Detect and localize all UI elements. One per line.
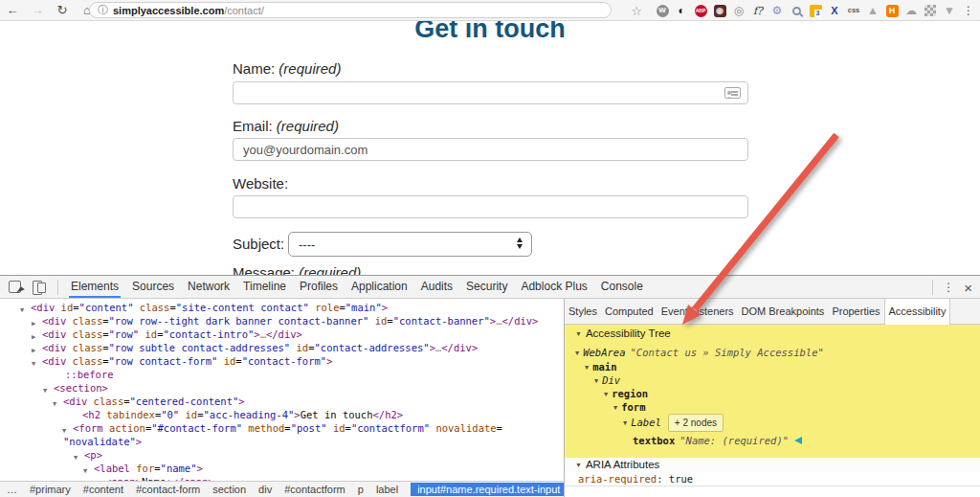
back-icon[interactable]: ←: [0, 3, 25, 17]
a11y-node-webarea[interactable]: ▼WebArea"Contact us » Simply Accessible": [575, 346, 824, 360]
css-icon[interactable]: css: [846, 3, 861, 18]
forward-icon[interactable]: →: [25, 3, 50, 17]
devtools-tab-network[interactable]: Network: [181, 276, 236, 298]
a11y-node-main[interactable]: ▼main: [585, 360, 617, 374]
breadcrumb-item[interactable]: #primary: [30, 484, 71, 495]
devtools-close-icon[interactable]: ×: [964, 280, 972, 296]
cloud-icon[interactable]: ☁: [903, 3, 919, 18]
breadcrumb-item[interactable]: #contact-form: [136, 484, 200, 495]
sidebar-tab-styles[interactable]: Styles: [565, 299, 601, 325]
elements-tree-row[interactable]: "novalidate">: [63, 435, 142, 448]
browser-menu-icon[interactable]: ⋮: [961, 4, 976, 17]
wappalyzer-icon[interactable]: W: [655, 3, 670, 18]
chevron-down-icon[interactable]: ▼: [613, 401, 617, 416]
chevron-down-icon: ▼: [575, 458, 582, 472]
breadcrumb-item[interactable]: section: [212, 484, 246, 495]
dropdown-icon[interactable]: ▼: [942, 3, 957, 18]
magnifier-icon[interactable]: [789, 3, 804, 18]
elements-tree-row[interactable]: ▼<div id="content" class="site-content c…: [31, 301, 388, 314]
devtools-tab-adblock-plus[interactable]: Adblock Plus: [514, 276, 593, 298]
disclosure-triangle-icon[interactable]: ▼: [83, 464, 87, 478]
a11y-node-label[interactable]: ▼Label+ 2 nodes: [623, 414, 724, 428]
disclosure-triangle-icon[interactable]: ▼: [32, 357, 35, 371]
elements-tree-row[interactable]: ▶<div class="row subtle contact-addresse…: [42, 341, 478, 354]
expand-nodes-badge[interactable]: + 2 nodes: [668, 414, 724, 432]
elements-tree-row[interactable]: ▶<div class="row" id="contact-intro">…</…: [42, 328, 302, 341]
devtools-tab-audits[interactable]: Audits: [414, 276, 459, 298]
qr-icon[interactable]: [923, 3, 938, 18]
chevron-down-icon[interactable]: ▼: [575, 347, 579, 361]
devtools-tab-console[interactable]: Console: [594, 276, 650, 298]
disclosure-triangle-icon[interactable]: ▼: [74, 451, 78, 464]
breadcrumb-item-selected[interactable]: input#name.required.text-input: [411, 483, 567, 496]
screen-capture-icon[interactable]: ◉: [712, 3, 727, 18]
inspect-element-icon[interactable]: [9, 281, 21, 293]
elements-tree-row[interactable]: ▼<div class="row contact-form" id="conta…: [42, 354, 333, 368]
chevron-down-icon[interactable]: ▼: [585, 361, 589, 375]
breadcrumb-item[interactable]: p: [358, 484, 364, 495]
disclosure-triangle-icon[interactable]: ▼: [20, 304, 24, 317]
chevron-down-icon[interactable]: ▼: [594, 374, 598, 389]
sidebar-tab-dom-breakpoints[interactable]: DOM Breakpoints: [738, 299, 829, 325]
elements-tree-row[interactable]: ▶<div class="row row--tight dark banner …: [42, 314, 538, 328]
adblock-plus-icon[interactable]: ABP: [693, 3, 708, 18]
breadcrumb-item[interactable]: …: [7, 484, 17, 495]
gear-icon[interactable]: ⚙: [769, 3, 785, 18]
sidebar-tab-properties[interactable]: Properties: [828, 299, 883, 325]
reload-icon[interactable]: ↻: [50, 3, 75, 17]
adblock-plus-icon-glyph: ABP: [695, 5, 707, 17]
a11y-node-textbox[interactable]: textbox"Name: (required)": [633, 434, 802, 448]
subject-select[interactable]: ----: [288, 232, 532, 257]
disclosure-triangle-icon[interactable]: ▼: [43, 384, 47, 397]
autofill-contact-icon[interactable]: [724, 87, 741, 99]
a11y-node-form[interactable]: ▼form: [613, 400, 646, 415]
h-icon[interactable]: H: [884, 3, 900, 18]
elements-tree-row[interactable]: ▼<label for="name">: [94, 462, 203, 475]
devtools-tab-application[interactable]: Application: [345, 276, 414, 298]
breadcrumb-item[interactable]: #contactform: [284, 484, 345, 495]
contrast-icon-glyph: ◐: [678, 5, 684, 16]
elements-tree-row[interactable]: ::before: [65, 368, 114, 381]
device-toolbar-icon[interactable]: [33, 281, 46, 293]
camera-icon[interactable]: ◎: [731, 3, 746, 18]
elements-tree-row[interactable]: ▼<section>: [54, 381, 108, 395]
elements-tree-row[interactable]: ▼<p>: [84, 448, 102, 462]
email-input[interactable]: [233, 138, 748, 161]
elements-tree-row[interactable]: ▼<form action="#contact-form" method="po…: [73, 421, 502, 435]
aria-attributes-header[interactable]: ▼ARIA Attributes: [565, 458, 980, 472]
website-input[interactable]: [233, 195, 748, 218]
triangle-icon[interactable]: ▲: [865, 3, 880, 18]
devtools-tab-elements[interactable]: Elements: [64, 276, 125, 298]
devtools-tab-timeline[interactable]: Timeline: [236, 276, 293, 298]
elements-tree-row[interactable]: ▼<div class="centered-content">: [63, 395, 245, 408]
devtools-tab-sources[interactable]: Sources: [125, 276, 181, 298]
sidebar-tab-computed[interactable]: Computed: [601, 299, 657, 325]
calendar-icon[interactable]: 3: [808, 3, 823, 18]
breadcrumb-item[interactable]: label: [376, 484, 398, 495]
devtools-tab-profiles[interactable]: Profiles: [293, 276, 345, 298]
chevron-down-icon[interactable]: ▼: [623, 417, 627, 431]
bookmark-star-icon[interactable]: ☆: [628, 4, 645, 18]
page-info-icon[interactable]: ⓘ: [98, 5, 108, 15]
sidebar-tab-event-listeners[interactable]: Event Listeners: [657, 299, 738, 325]
elements-tree-row[interactable]: <h2 tabindex="0" id="acc-heading-4">Get …: [82, 408, 403, 421]
devtools-tab-security[interactable]: Security: [459, 276, 514, 298]
axe-icon[interactable]: X: [827, 3, 842, 18]
jump-to-node-arrow-icon[interactable]: [794, 437, 802, 444]
function-help-icon[interactable]: f?: [750, 3, 766, 18]
accessibility-tree-header[interactable]: ▼Accessibility Tree: [575, 328, 671, 339]
disclosure-triangle-icon[interactable]: ▶: [32, 344, 35, 357]
address-bar[interactable]: ⓘ simplyaccessible.com /contact/: [89, 2, 612, 18]
breadcrumb-item[interactable]: #content: [83, 484, 123, 495]
devtools-menu-icon[interactable]: ⋮: [943, 281, 954, 294]
disclosure-triangle-icon[interactable]: ▼: [53, 397, 56, 411]
breadcrumb-item[interactable]: div: [258, 484, 272, 495]
disclosure-triangle-icon[interactable]: ▶: [32, 317, 35, 330]
chevron-down-icon[interactable]: ▼: [604, 388, 608, 402]
a11y-node-region[interactable]: ▼region: [604, 387, 648, 401]
disclosure-triangle-icon[interactable]: ▶: [32, 330, 35, 344]
a11y-node-div[interactable]: ▼Div: [594, 373, 620, 388]
name-input[interactable]: [233, 81, 748, 104]
contrast-icon[interactable]: ◐: [674, 3, 689, 18]
sidebar-tab-accessibility[interactable]: Accessibility: [884, 299, 951, 325]
